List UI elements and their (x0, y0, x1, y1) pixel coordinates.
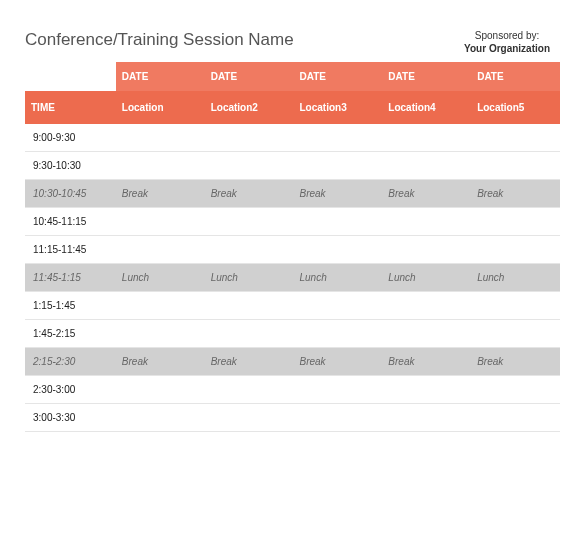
session-cell: Break (205, 348, 294, 376)
time-cell: 1:15-1:45 (25, 292, 116, 320)
time-cell: 10:30-10:45 (25, 180, 116, 208)
session-cell: Break (116, 348, 205, 376)
session-cell (294, 376, 383, 404)
session-cell (294, 404, 383, 432)
session-cell (294, 320, 383, 348)
session-cell (471, 124, 560, 152)
location-header-cell: Location3 (294, 91, 383, 124)
session-cell (116, 236, 205, 264)
session-cell (382, 124, 471, 152)
time-cell: 2:15-2:30 (25, 348, 116, 376)
schedule-table: DATE DATE DATE DATE DATE TIME Location L… (25, 62, 560, 432)
table-row: 10:45-11:15 (25, 208, 560, 236)
date-header-cell: DATE (382, 62, 471, 91)
session-cell: Break (116, 180, 205, 208)
session-cell (471, 208, 560, 236)
table-row: 1:45-2:15 (25, 320, 560, 348)
session-cell (116, 124, 205, 152)
time-header-cell: TIME (25, 91, 116, 124)
session-cell: Break (382, 348, 471, 376)
session-cell (205, 208, 294, 236)
session-cell (205, 320, 294, 348)
date-header-cell: DATE (294, 62, 383, 91)
table-row: 11:45-1:15LunchLunchLunchLunchLunch (25, 264, 560, 292)
location-header-cell: Location2 (205, 91, 294, 124)
session-cell (471, 236, 560, 264)
date-header-cell: DATE (116, 62, 205, 91)
session-cell (382, 292, 471, 320)
location-header-cell: Location5 (471, 91, 560, 124)
time-cell: 10:45-11:15 (25, 208, 116, 236)
session-cell: Lunch (382, 264, 471, 292)
location-header-cell: Location4 (382, 91, 471, 124)
time-cell: 9:00-9:30 (25, 124, 116, 152)
session-cell (205, 152, 294, 180)
session-cell (294, 152, 383, 180)
sponsor-block: Sponsored by: Your Organization (464, 30, 560, 54)
session-cell (471, 376, 560, 404)
session-cell (116, 152, 205, 180)
table-row: 9:30-10:30 (25, 152, 560, 180)
session-cell (382, 404, 471, 432)
session-cell (471, 404, 560, 432)
time-cell: 1:45-2:15 (25, 320, 116, 348)
session-cell (294, 124, 383, 152)
table-row: 10:30-10:45BreakBreakBreakBreakBreak (25, 180, 560, 208)
table-row: 1:15-1:45 (25, 292, 560, 320)
sponsor-label: Sponsored by: (464, 30, 550, 41)
session-cell (382, 320, 471, 348)
session-cell (205, 124, 294, 152)
session-cell: Break (205, 180, 294, 208)
time-cell: 3:00-3:30 (25, 404, 116, 432)
session-cell (471, 292, 560, 320)
session-cell (116, 292, 205, 320)
time-cell: 11:45-1:15 (25, 264, 116, 292)
session-cell (205, 236, 294, 264)
session-cell: Lunch (294, 264, 383, 292)
header: Conference/Training Session Name Sponsor… (25, 30, 560, 54)
session-cell (205, 292, 294, 320)
session-cell (116, 320, 205, 348)
date-header-row: DATE DATE DATE DATE DATE (25, 62, 560, 91)
session-cell (382, 376, 471, 404)
date-header-cell: DATE (205, 62, 294, 91)
time-cell: 11:15-11:45 (25, 236, 116, 264)
date-header-cell (25, 62, 116, 91)
session-cell (116, 376, 205, 404)
session-cell (205, 376, 294, 404)
table-row: 2:30-3:00 (25, 376, 560, 404)
session-cell: Break (294, 180, 383, 208)
session-cell: Break (471, 348, 560, 376)
session-cell (294, 236, 383, 264)
table-row: 3:00-3:30 (25, 404, 560, 432)
session-cell (382, 208, 471, 236)
location-header-row: TIME Location Location2 Location3 Locati… (25, 91, 560, 124)
session-cell: Lunch (116, 264, 205, 292)
page-title: Conference/Training Session Name (25, 30, 294, 50)
session-cell: Break (471, 180, 560, 208)
session-cell (116, 208, 205, 236)
session-cell (294, 208, 383, 236)
session-cell (382, 152, 471, 180)
date-header-cell: DATE (471, 62, 560, 91)
session-cell (471, 152, 560, 180)
time-cell: 9:30-10:30 (25, 152, 116, 180)
session-cell: Lunch (471, 264, 560, 292)
schedule-document: Conference/Training Session Name Sponsor… (0, 0, 585, 442)
session-cell: Lunch (205, 264, 294, 292)
session-cell (382, 236, 471, 264)
sponsor-org: Your Organization (464, 43, 550, 54)
table-body: 9:00-9:309:30-10:3010:30-10:45BreakBreak… (25, 124, 560, 432)
session-cell (471, 320, 560, 348)
time-cell: 2:30-3:00 (25, 376, 116, 404)
session-cell (116, 404, 205, 432)
table-row: 11:15-11:45 (25, 236, 560, 264)
session-cell: Break (382, 180, 471, 208)
session-cell (205, 404, 294, 432)
session-cell: Break (294, 348, 383, 376)
table-row: 9:00-9:30 (25, 124, 560, 152)
table-row: 2:15-2:30BreakBreakBreakBreakBreak (25, 348, 560, 376)
session-cell (294, 292, 383, 320)
location-header-cell: Location (116, 91, 205, 124)
